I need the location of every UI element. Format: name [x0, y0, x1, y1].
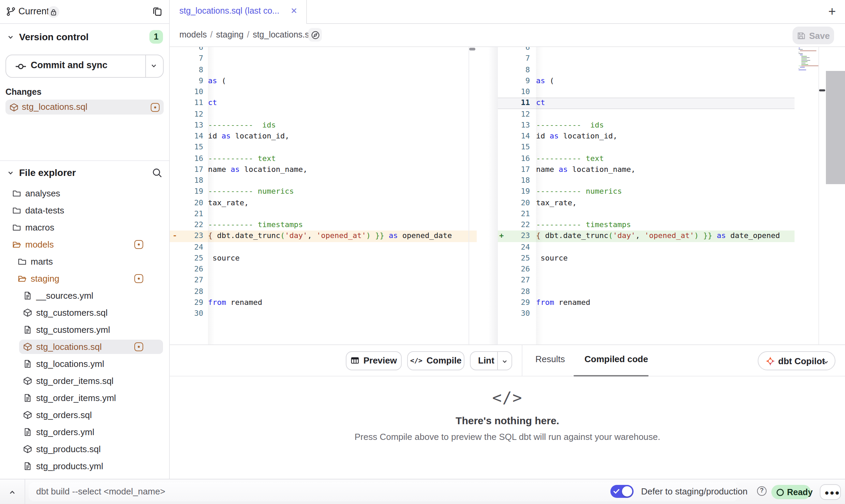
lint-button[interactable]: Lint	[478, 355, 494, 365]
close-tab-icon[interactable]: ✕	[291, 6, 297, 16]
code-line-27[interactable]: 27	[498, 275, 794, 286]
code-line-26[interactable]: 26	[498, 264, 794, 275]
code-line-26[interactable]: 26	[170, 264, 476, 275]
file-tree-item--sources-yml[interactable]: __sources.yml	[0, 287, 169, 304]
code-line-30[interactable]: 30	[498, 308, 794, 320]
code-line-20[interactable]: 20tax_rate,	[170, 197, 476, 209]
code-line-28[interactable]: 28	[498, 286, 794, 297]
code-line-10[interactable]: 10	[498, 87, 794, 98]
code-line-21[interactable]: 21	[170, 209, 476, 220]
code-line-19[interactable]: 19---------- numerics	[170, 187, 476, 198]
file-tree-item-stg-order-items-sql[interactable]: stg_order_items.sql	[0, 372, 169, 389]
search-icon[interactable]	[152, 167, 163, 178]
breadcrumb-segment[interactable]: staging	[216, 30, 244, 40]
window-scrollbar-thumb[interactable]	[826, 71, 845, 184]
breadcrumb-segment[interactable]: stg_locations.sql	[253, 30, 316, 40]
save-button[interactable]: Save	[792, 27, 834, 44]
dbt-copilot-button[interactable]: dbt Copilot	[758, 351, 835, 370]
code-line-29[interactable]: 29from renamed	[498, 297, 794, 309]
code-line-21[interactable]: 21	[498, 209, 794, 220]
file-tree-item-stg-orders-yml[interactable]: stg_orders.yml	[0, 424, 169, 441]
code-line-25[interactable]: 25 source	[498, 253, 794, 264]
code-line-19[interactable]: 19---------- numerics	[498, 187, 794, 198]
code-line-16[interactable]: 16---------- text	[498, 153, 794, 164]
code-line-15[interactable]: 15	[170, 142, 476, 153]
code-line-14[interactable]: 14id as location_id,	[498, 131, 794, 142]
commit-and-sync-button[interactable]: Commit and sync	[5, 55, 164, 78]
more-options-button[interactable]: ●●●	[820, 484, 841, 500]
code-line-12[interactable]: 12	[170, 109, 476, 120]
code-line-18[interactable]: 18	[498, 175, 794, 187]
code-line-24[interactable]: 24	[170, 242, 476, 253]
code-line-9[interactable]: 9as (	[170, 76, 476, 87]
preview-button[interactable]: Preview	[346, 351, 402, 370]
code-line-13[interactable]: 13---------- ids	[170, 120, 476, 131]
file-tree-item-stg-orders-sql[interactable]: stg_orders.sql	[0, 406, 169, 424]
minimap[interactable]	[799, 48, 818, 71]
code-line-17[interactable]: 17name as location_name,	[498, 164, 794, 176]
lint-options-chevron-icon[interactable]	[501, 358, 508, 365]
right-scrollbar-thumb[interactable]	[819, 89, 825, 91]
code-line-23[interactable]: -23{ dbt.date_trunc('day', 'opened_at') …	[170, 231, 476, 242]
editor-pane-original[interactable]: 6789as (1011ct1213---------- ids14id as …	[170, 47, 476, 344]
file-tree-item-stg-order-items-yml[interactable]: stg_order_items.yml	[0, 389, 169, 406]
help-icon[interactable]: ?	[757, 486, 767, 496]
editor-pane-modified[interactable]: 6789as (1011ct1213---------- ids14id as …	[498, 47, 794, 344]
code-line-27[interactable]: 27	[170, 275, 476, 286]
code-line-16[interactable]: 16---------- text	[170, 153, 476, 164]
version-control-header[interactable]: Version control 1	[0, 30, 169, 45]
code-line-13[interactable]: 13---------- ids	[498, 120, 794, 131]
code-line-12[interactable]: 12	[498, 109, 794, 120]
code-line-22[interactable]: 22---------- timestamps	[498, 220, 794, 231]
code-line-6[interactable]: 6	[498, 47, 794, 54]
file-tree-item-stg-customers-sql[interactable]: stg_customers.sql	[0, 304, 169, 321]
code-line-15[interactable]: 15	[498, 142, 794, 153]
tab-compiled-code[interactable]: Compiled code	[584, 354, 648, 364]
compile-button[interactable]: </> Compile	[407, 351, 464, 370]
code-line-11[interactable]: 11ct	[170, 98, 476, 109]
code-line-17[interactable]: 17name as location_name,	[170, 164, 476, 176]
code-line-10[interactable]: 10	[170, 87, 476, 98]
file-tree-item-macros[interactable]: macros	[0, 219, 169, 236]
breadcrumb[interactable]: models/staging/stg_locations.sql	[179, 30, 316, 40]
left-scrollbar-thumb[interactable]	[469, 48, 475, 50]
code-line-7[interactable]: 7	[498, 54, 794, 65]
breadcrumb-segment[interactable]: models	[179, 30, 207, 40]
file-tree-item-data-tests[interactable]: data-tests	[0, 202, 169, 219]
branch-name[interactable]: Current	[18, 6, 49, 16]
code-line-24[interactable]: 24	[498, 242, 794, 253]
code-line-28[interactable]: 28	[170, 286, 476, 297]
code-line-18[interactable]: 18	[170, 175, 476, 187]
file-tree-item-marts[interactable]: marts	[0, 253, 169, 270]
code-line-6[interactable]: 6	[170, 47, 476, 54]
file-tree-item-staging[interactable]: staging	[0, 270, 169, 287]
file-tree-item-stg-locations-sql[interactable]: stg_locations.sql	[0, 338, 169, 355]
code-line-30[interactable]: 30	[170, 308, 476, 320]
code-line-22[interactable]: 22---------- timestamps	[170, 220, 476, 231]
code-line-20[interactable]: 20tax_rate,	[498, 197, 794, 209]
file-tree-item-stg-products-sql[interactable]: stg_products.sql	[0, 441, 169, 458]
status-badge[interactable]: Ready	[771, 485, 811, 499]
code-line-25[interactable]: 25 source	[170, 253, 476, 264]
code-line-14[interactable]: 14id as location_id,	[170, 131, 476, 142]
file-explorer-header[interactable]: File explorer	[0, 166, 169, 181]
code-line-8[interactable]: 8	[170, 64, 476, 76]
file-tree-item-stg-customers-yml[interactable]: stg_customers.yml	[0, 321, 169, 338]
lineage-compass-icon[interactable]	[308, 28, 322, 42]
code-line-7[interactable]: 7	[170, 54, 476, 65]
code-line-8[interactable]: 8	[498, 64, 794, 76]
file-tree-item-analyses[interactable]: analyses	[0, 185, 169, 202]
copy-icon[interactable]	[152, 6, 163, 17]
commit-options-chevron-icon[interactable]	[150, 62, 158, 70]
file-tree-item-models[interactable]: models	[0, 236, 169, 253]
code-line-23[interactable]: +23{ dbt.date_trunc('day', 'opened_at') …	[498, 231, 794, 242]
defer-toggle[interactable]	[610, 485, 634, 498]
changed-file-row[interactable]: stg_locations.sql	[5, 100, 164, 115]
file-tree-item-stg-products-yml[interactable]: stg_products.yml	[0, 458, 169, 475]
tab-stg-locations-sql[interactable]: stg_locations.sql (last co... ✕	[170, 0, 307, 24]
tab-results[interactable]: Results	[535, 354, 565, 364]
code-line-11[interactable]: 11ct	[498, 98, 794, 109]
new-tab-button[interactable]: +	[825, 4, 840, 19]
code-line-9[interactable]: 9as (	[498, 76, 794, 87]
code-line-29[interactable]: 29from renamed	[170, 297, 476, 309]
